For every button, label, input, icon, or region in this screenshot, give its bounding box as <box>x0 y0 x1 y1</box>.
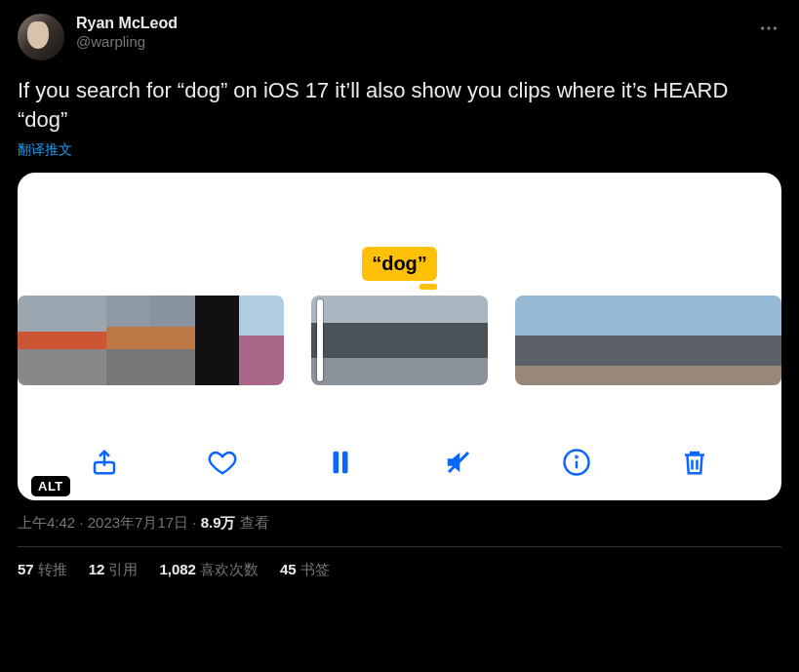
stat-bookmarks[interactable]: 45书签 <box>280 561 330 579</box>
playhead[interactable] <box>317 299 323 381</box>
clip-thumb <box>355 296 399 385</box>
clip-thumb <box>515 296 559 385</box>
svg-rect-5 <box>342 452 348 474</box>
svg-point-8 <box>577 456 578 457</box>
translate-link[interactable]: 翻译推文 <box>18 141 72 159</box>
svg-rect-4 <box>333 452 339 474</box>
alt-badge[interactable]: ALT <box>31 476 70 496</box>
clip-group[interactable] <box>311 296 489 385</box>
stat-likes[interactable]: 1,082喜欢次数 <box>159 561 259 579</box>
tweet-date[interactable]: 2023年7月17日 <box>88 514 188 531</box>
stat-retweets[interactable]: 57转推 <box>18 561 67 579</box>
clip-thumb <box>649 296 693 385</box>
player-toolbar <box>18 446 781 479</box>
author-names[interactable]: Ryan McLeod @warpling <box>76 14 178 52</box>
clip-group[interactable] <box>18 296 284 385</box>
tweet: Ryan McLeod @warpling If you search for … <box>0 0 799 591</box>
mute-button[interactable] <box>442 446 475 479</box>
clip-thumb <box>195 296 239 385</box>
tweet-stats: 57转推 12引用 1,082喜欢次数 45书签 <box>18 547 781 583</box>
clip-thumb <box>18 296 61 385</box>
clip-thumb <box>693 296 737 385</box>
svg-point-2 <box>774 26 778 30</box>
pause-button[interactable] <box>324 446 357 479</box>
handle: @warpling <box>76 33 178 52</box>
search-tag: “dog” <box>362 247 437 281</box>
more-button[interactable] <box>756 14 781 43</box>
search-tag-row: “dog” <box>18 247 781 281</box>
views-label: 查看 <box>240 514 269 531</box>
clip-group[interactable] <box>515 296 781 385</box>
clip-thumb <box>560 296 604 385</box>
tweet-text: If you search for “dog” on iOS 17 it’ll … <box>18 76 781 134</box>
clip-thumb <box>400 296 444 385</box>
share-button[interactable] <box>88 446 121 479</box>
clip-thumb <box>150 296 194 385</box>
tweet-meta: 上午4:422023年7月17日8.9万 查看 <box>18 514 781 533</box>
clip-thumb <box>239 296 283 385</box>
clip-thumb <box>106 296 150 385</box>
svg-point-0 <box>761 26 765 30</box>
like-button[interactable] <box>206 446 239 479</box>
clip-thumb <box>444 296 488 385</box>
views-count: 8.9万 <box>201 514 236 531</box>
tweet-time[interactable]: 上午4:42 <box>18 514 75 531</box>
svg-point-1 <box>767 26 771 30</box>
info-button[interactable] <box>560 446 593 479</box>
media-card[interactable]: “dog” <box>18 173 781 500</box>
avatar[interactable] <box>18 14 64 60</box>
tweet-header: Ryan McLeod @warpling <box>18 14 781 60</box>
clip-thumb <box>604 296 648 385</box>
video-timeline[interactable] <box>18 296 781 385</box>
clip-thumb <box>738 296 781 385</box>
display-name: Ryan McLeod <box>76 14 178 33</box>
clip-thumb <box>61 296 105 385</box>
trash-button[interactable] <box>678 446 711 479</box>
stat-quotes[interactable]: 12引用 <box>89 561 139 579</box>
tag-tick <box>419 284 437 290</box>
